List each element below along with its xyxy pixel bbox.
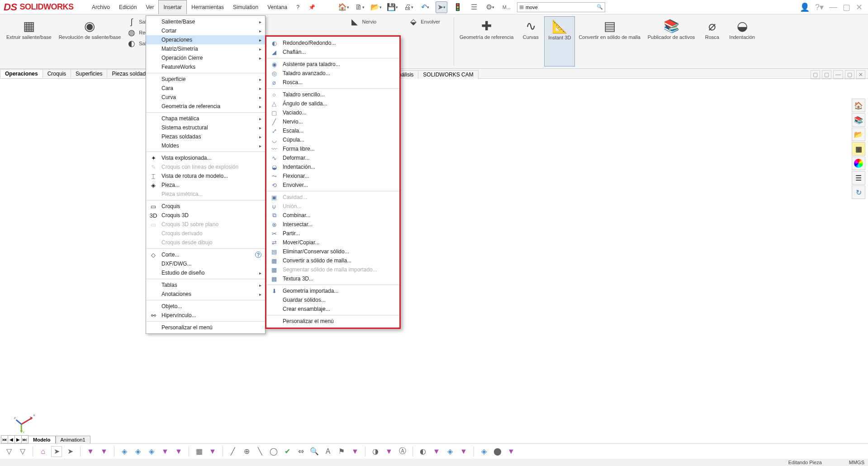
menu-edicion[interactable]: Edición bbox=[114, 0, 141, 14]
menu-item[interactable]: Operaciones bbox=[146, 35, 265, 44]
menu-ver[interactable]: Ver bbox=[141, 0, 158, 14]
submenu-item[interactable]: Guardar sólidos... bbox=[266, 295, 399, 304]
rp-home-icon[interactable]: 🏠 bbox=[852, 99, 865, 112]
close-icon[interactable]: ✕ bbox=[856, 2, 863, 12]
ribbon-thread[interactable]: ⌀ Rosca bbox=[698, 16, 726, 67]
submenu-item[interactable]: ▢Vaciado... bbox=[266, 108, 399, 117]
menu-item[interactable]: Anotaciones bbox=[146, 290, 265, 299]
bs-line2-icon[interactable]: ╲ bbox=[255, 446, 266, 457]
tab-swcam[interactable]: SOLIDWORKS CAM bbox=[418, 70, 478, 79]
submenu-item[interactable]: ◐Redondeo/Redondo... bbox=[266, 38, 399, 48]
menu-item[interactable]: Matriz/Simetría bbox=[146, 44, 265, 53]
bs-contrast-icon[interactable]: ◐ bbox=[417, 446, 428, 457]
menu-item[interactable]: FeatureWorks bbox=[146, 62, 265, 71]
ribbon-revolve[interactable]: ◉ Revolución de saliente/base bbox=[55, 16, 125, 67]
bs-dim-icon[interactable]: ⇔ bbox=[295, 446, 306, 457]
submenu-item[interactable]: ⤳Flexionar... bbox=[266, 171, 399, 181]
menu-item[interactable]: Objeto... bbox=[146, 302, 265, 311]
user-icon[interactable]: 👤 bbox=[800, 2, 810, 12]
bs-sphere-icon[interactable]: ◑ bbox=[370, 446, 381, 457]
bs-circle1-icon[interactable]: ◯ bbox=[268, 446, 279, 457]
bs-f5-icon[interactable]: ▼ bbox=[207, 446, 218, 457]
bs-target-icon[interactable]: ⊕ bbox=[241, 446, 252, 457]
submenu-item[interactable]: ⤢Escala... bbox=[266, 126, 399, 135]
submenu-item[interactable]: ⬇Geometría importada... bbox=[266, 286, 399, 295]
bs-f9-icon[interactable]: ▼ bbox=[458, 446, 469, 457]
bs-grid-icon[interactable]: ▦ bbox=[194, 446, 204, 457]
bs-cubeshade-icon[interactable]: ◈ bbox=[445, 446, 455, 457]
submenu-item[interactable]: ╱Nervio... bbox=[266, 117, 399, 126]
bs-cursor-icon[interactable]: ➤ bbox=[51, 446, 62, 457]
bs-magn-icon[interactable]: 🔍 bbox=[309, 446, 320, 457]
undo-icon[interactable]: ↶ bbox=[419, 1, 431, 13]
vc-tile2-icon[interactable]: ▢ bbox=[822, 70, 831, 79]
help-icon[interactable]: ?▾ bbox=[815, 2, 824, 12]
bs-f10-icon[interactable]: ▼ bbox=[506, 446, 517, 457]
submenu-item[interactable]: ⟲Envolver... bbox=[266, 181, 399, 190]
maximize-icon[interactable]: ▢ bbox=[843, 2, 850, 12]
bs-f1-icon[interactable]: ▼ bbox=[85, 446, 96, 457]
menu-item[interactable]: Curva bbox=[146, 93, 265, 102]
rp-props-icon[interactable]: ☰ bbox=[852, 171, 865, 185]
btab-last-icon[interactable]: ⏭ bbox=[21, 435, 28, 443]
submenu-item[interactable]: ▩Textura 3D... bbox=[266, 274, 399, 283]
menu-help[interactable]: ? bbox=[292, 0, 304, 14]
ribbon-curves[interactable]: ∿ Curvas bbox=[517, 16, 544, 67]
home-icon[interactable]: 🏠 bbox=[338, 1, 350, 13]
bs-checkgrn-icon[interactable]: ✔ bbox=[282, 446, 293, 457]
submenu-item[interactable]: Personalizar el menú bbox=[266, 317, 399, 326]
select-icon[interactable]: ➤ bbox=[436, 1, 447, 13]
submenu-item[interactable]: ◒Indentación... bbox=[266, 162, 399, 171]
menu-item[interactable]: 3DCroquis 3D bbox=[146, 211, 265, 220]
bs-cube3-icon[interactable]: ◈ bbox=[146, 446, 157, 457]
print-icon[interactable]: 🖨 bbox=[403, 1, 415, 13]
bs-f3-icon[interactable]: ▼ bbox=[160, 446, 171, 457]
canvas[interactable] bbox=[0, 83, 868, 451]
bs-f4-icon[interactable]: ▼ bbox=[173, 446, 184, 457]
bs-aletter-icon[interactable]: Ⓐ bbox=[397, 446, 408, 457]
menu-simulation[interactable]: Simulation bbox=[228, 0, 263, 14]
ribbon-refgeom[interactable]: ✚ Geometría de referencia bbox=[456, 16, 517, 67]
axis-triad[interactable]: x y z bbox=[13, 407, 39, 434]
bs-marker-icon[interactable]: ⬤ bbox=[492, 446, 503, 457]
tab-croquis[interactable]: Croquis bbox=[43, 69, 71, 78]
vc-close-icon[interactable]: ✕ bbox=[856, 70, 865, 79]
btab-prev-icon[interactable]: ◀ bbox=[8, 435, 15, 443]
bs-f7-icon[interactable]: ▼ bbox=[384, 446, 394, 457]
bs-funnel-icon[interactable]: ▽ bbox=[4, 446, 14, 457]
bs-f6-icon[interactable]: ▼ bbox=[350, 446, 360, 457]
search-box[interactable]: ▦ 🔍 bbox=[517, 2, 605, 12]
submenu-item[interactable]: ⇄Mover/Copiar... bbox=[266, 238, 399, 247]
menu-item[interactable]: Chapa metálica bbox=[146, 114, 265, 123]
menu-item[interactable]: Cara bbox=[146, 84, 265, 93]
ribbon-assetpub[interactable]: 📚 Publicador de activos bbox=[644, 16, 699, 67]
minimize-icon[interactable]: — bbox=[829, 2, 837, 12]
bs-funnel2-icon[interactable]: ▽ bbox=[17, 446, 28, 457]
list-icon[interactable]: ☰ bbox=[468, 1, 480, 13]
tab-superficies[interactable]: Superficies bbox=[71, 69, 107, 78]
menu-item[interactable]: Cortar bbox=[146, 26, 265, 35]
bs-cube1-icon[interactable]: ◈ bbox=[119, 446, 130, 457]
menu-item[interactable]: Operación Cierre bbox=[146, 53, 265, 62]
menu-item[interactable]: ◈Pieza... bbox=[146, 181, 265, 190]
menu-item[interactable]: Superficie bbox=[146, 75, 265, 84]
submenu-item[interactable]: ⊗Intersectar... bbox=[266, 220, 399, 229]
menu-insertar[interactable]: Insertar bbox=[158, 0, 187, 14]
ribbon-extrude[interactable]: ▦ Extruir saliente/base bbox=[3, 16, 55, 67]
menu-ventana[interactable]: Ventana bbox=[263, 0, 292, 14]
btab-modelo[interactable]: Modelo bbox=[28, 436, 56, 443]
submenu-item[interactable]: ⌀Rosca... bbox=[266, 78, 399, 87]
submenu-item[interactable]: ▤Eliminar/Conservar sólido... bbox=[266, 247, 399, 256]
trafficlight-icon[interactable]: 🚦 bbox=[452, 1, 464, 13]
vc-minimize-icon[interactable]: — bbox=[833, 70, 843, 79]
menu-item[interactable]: Saliente/Base bbox=[146, 17, 265, 26]
menu-item[interactable]: Sistema estructural bbox=[146, 123, 265, 132]
btab-next-icon[interactable]: ▶ bbox=[14, 435, 22, 443]
submenu-item[interactable]: ▦Convertir a sólido de malla... bbox=[266, 256, 399, 265]
new-icon[interactable]: 🗎 bbox=[354, 1, 366, 13]
menu-item[interactable]: DXF/DWG... bbox=[146, 259, 265, 268]
bs-cubeb-icon[interactable]: ◈ bbox=[479, 446, 489, 457]
submenu-item[interactable]: ∿Deformar... bbox=[266, 153, 399, 162]
menu-item[interactable]: ⌶Vista de rotura de modelo... bbox=[146, 171, 265, 181]
ribbon-wrap[interactable]: ⬙Envolver bbox=[406, 16, 443, 27]
